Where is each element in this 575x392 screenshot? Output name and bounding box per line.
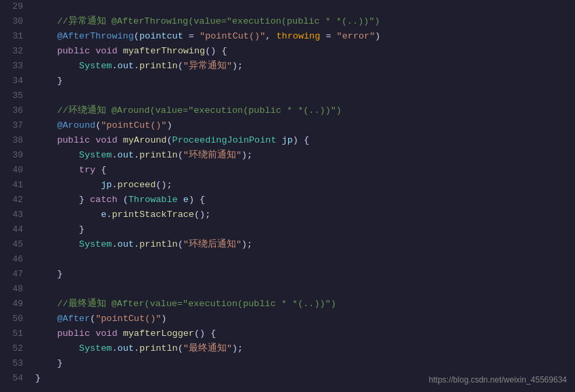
code-token: //最终通知 @After(value="execution(public * … xyxy=(57,299,336,309)
line-code: try { xyxy=(35,164,575,178)
code-token: "最终通知" xyxy=(183,343,232,353)
code-token: . xyxy=(112,61,117,71)
code-token: "环绕后通知" xyxy=(183,239,242,249)
table-row: 45 System.out.println("环绕后通知"); xyxy=(0,238,575,253)
code-token: "pointCut()" xyxy=(200,31,265,41)
code-token xyxy=(178,195,183,205)
line-number: 39 xyxy=(0,149,35,162)
code-token: println xyxy=(139,61,178,71)
code-token xyxy=(90,46,95,56)
code-token: . xyxy=(112,180,117,190)
code-token: "环绕前通知" xyxy=(183,150,242,160)
code-token xyxy=(35,269,57,279)
code-token xyxy=(35,180,101,190)
line-number: 40 xyxy=(0,164,35,177)
code-token: jp xyxy=(282,135,293,145)
code-token: printStackTrace xyxy=(112,210,194,220)
code-token xyxy=(118,46,123,56)
line-code: } xyxy=(35,357,575,371)
code-token: out xyxy=(118,150,134,160)
table-row: 30 //异常通知 @AfterThrowing(value="executio… xyxy=(0,15,575,30)
code-token: . xyxy=(112,343,117,353)
line-number: 32 xyxy=(0,45,35,58)
line-code: System.out.println("环绕前通知"); xyxy=(35,149,575,163)
table-row: 47 } xyxy=(0,268,575,283)
line-code xyxy=(35,283,575,297)
line-number: 54 xyxy=(0,372,35,385)
code-token xyxy=(277,135,282,145)
code-token: void xyxy=(95,46,117,56)
code-token: try xyxy=(79,165,95,175)
line-number: 50 xyxy=(0,312,35,326)
line-number: 44 xyxy=(0,223,35,237)
table-row: 31 @AfterThrowing(pointcut = "pointCut()… xyxy=(0,30,575,45)
code-token: catch xyxy=(90,195,118,205)
table-row: 51 public void myafterLogger() { xyxy=(0,327,575,342)
code-token: Throwable xyxy=(129,195,178,205)
code-token: , xyxy=(265,31,276,41)
code-token: ( xyxy=(178,343,183,353)
table-row: 34 } xyxy=(0,74,575,89)
code-token: myafterLogger xyxy=(123,328,194,339)
code-token: . xyxy=(112,150,117,160)
code-token: = xyxy=(183,31,200,41)
line-code: e.printStackTrace(); xyxy=(35,208,575,222)
line-code: } xyxy=(35,74,575,89)
line-number: 35 xyxy=(0,89,35,103)
code-token xyxy=(35,61,79,71)
line-number: 43 xyxy=(0,208,35,222)
table-row: 50 @After("pointCut()") xyxy=(0,312,575,327)
code-token: (); xyxy=(194,210,210,220)
code-token: println xyxy=(139,150,178,160)
code-token: . xyxy=(134,61,139,71)
table-row: 43 e.printStackTrace(); xyxy=(0,208,575,223)
line-code: public void myafterThrowing() { xyxy=(35,45,575,59)
code-token: proceed xyxy=(118,180,156,190)
table-row: 48 xyxy=(0,283,575,297)
line-number: 29 xyxy=(0,0,35,14)
code-token xyxy=(35,343,79,353)
code-token: @After xyxy=(57,314,90,324)
code-token: ( xyxy=(90,314,95,324)
line-number: 31 xyxy=(0,30,35,43)
line-number: 38 xyxy=(0,134,35,147)
code-token: . xyxy=(134,150,139,160)
line-number: 51 xyxy=(0,327,35,341)
code-token: ( xyxy=(178,61,183,71)
table-row: 40 try { xyxy=(0,164,575,178)
code-token xyxy=(35,16,57,26)
table-row: 44 } xyxy=(0,223,575,238)
code-token: ) xyxy=(166,120,172,130)
code-token: jp xyxy=(101,180,112,190)
code-token: ) xyxy=(375,31,380,41)
code-token: System xyxy=(79,61,112,71)
table-row: 46 xyxy=(0,253,575,268)
code-token: "pointCut()" xyxy=(101,120,166,130)
code-token: . xyxy=(134,239,139,249)
code-token: () { xyxy=(205,46,227,56)
code-token xyxy=(35,120,57,130)
line-number: 45 xyxy=(0,238,35,251)
code-content: 29 30 //异常通知 @AfterThrowing(value="execu… xyxy=(0,0,575,387)
table-row: 52 System.out.println("最终通知"); xyxy=(0,342,575,357)
code-token: println xyxy=(139,239,178,249)
code-token: ( xyxy=(178,239,183,249)
code-token: out xyxy=(118,343,134,353)
line-code: jp.proceed(); xyxy=(35,178,575,193)
code-token: ) { xyxy=(189,195,205,205)
line-code: System.out.println("最终通知"); xyxy=(35,342,575,356)
line-code: } catch (Throwable e) { xyxy=(35,193,575,207)
code-token: @Around xyxy=(57,120,95,130)
code-editor: 29 30 //异常通知 @AfterThrowing(value="execu… xyxy=(0,0,575,392)
code-token: ) xyxy=(161,314,166,324)
code-token xyxy=(35,358,57,368)
line-number: 46 xyxy=(0,253,35,266)
code-token: System xyxy=(79,150,112,160)
code-token xyxy=(35,150,79,160)
line-code xyxy=(35,89,575,103)
code-token xyxy=(35,76,57,86)
table-row: 38 public void myAround(ProceedingJoinPo… xyxy=(0,134,575,149)
table-row: 33 System.out.println("异常通知"); xyxy=(0,59,575,74)
code-token: void xyxy=(95,328,117,339)
code-token: out xyxy=(118,61,134,71)
